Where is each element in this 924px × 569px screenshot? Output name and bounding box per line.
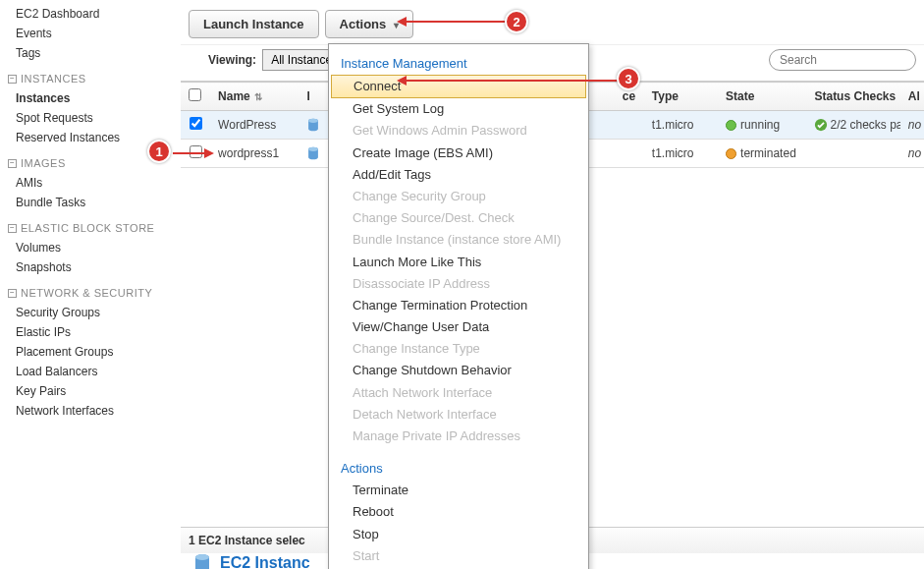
dropdown-item: Change Security Group (329, 186, 588, 207)
cell-icon (299, 140, 328, 168)
sidebar-link[interactable]: Security Groups (8, 303, 173, 322)
callout-1: 1 (147, 140, 171, 163)
col-checkbox (181, 83, 210, 111)
cell-type: t1.micro (644, 140, 718, 168)
instance-icon (192, 553, 212, 569)
sidebar-link[interactable]: AMIs (8, 173, 173, 193)
sidebar-link[interactable]: Spot Requests (8, 108, 173, 128)
sidebar: EC2 DashboardEventsTags −INSTANCESInstan… (8, 4, 173, 421)
dropdown-item: Get Windows Admin Password (329, 120, 588, 142)
sidebar-link[interactable]: Snapshots (8, 257, 173, 277)
dropdown-item: Detach Network Interface (329, 404, 588, 426)
dropdown-item: Change Instance Type (329, 338, 588, 360)
sidebar-link[interactable]: Instances (8, 88, 173, 108)
svg-marker-10 (397, 17, 407, 27)
collapse-icon: − (8, 159, 17, 168)
sidebar-link[interactable]: Elastic IPs (8, 322, 173, 342)
callout-3: 3 (617, 67, 640, 90)
dropdown-item: Disassociate IP Address (329, 273, 588, 295)
check-circle-icon (814, 118, 828, 132)
toolbar: Launch Instance Actions ▾ (181, 0, 924, 44)
sidebar-link[interactable]: EC2 Dashboard (8, 4, 173, 24)
col-status[interactable]: Status Checks (806, 83, 899, 111)
sidebar-link[interactable]: Placement Groups (8, 342, 173, 362)
dropdown-item[interactable]: Stop (329, 524, 588, 545)
cell-type: t1.micro (644, 111, 718, 140)
svg-marker-8 (204, 148, 214, 158)
dropdown-item[interactable]: Launch More Like This (329, 252, 588, 273)
sidebar-link[interactable]: Tags (8, 43, 173, 63)
dropdown-item: Manage Private IP Addresses (329, 426, 588, 447)
col-type[interactable]: Type (644, 83, 718, 111)
cell-al: no (900, 140, 924, 168)
cell-status: 2/2 checks pa (806, 111, 899, 140)
sidebar-section-header[interactable]: −NETWORK & SECURITY (8, 277, 173, 303)
viewing-label: Viewing: (208, 53, 256, 67)
dropdown-item[interactable]: Get System Log (329, 98, 588, 120)
sidebar-link[interactable]: Network Interfaces (8, 401, 173, 421)
dropdown-item[interactable]: Change Termination Protection (329, 295, 588, 316)
callout-2: 2 (505, 10, 528, 33)
database-icon (306, 146, 320, 160)
row-checkbox[interactable] (190, 117, 202, 130)
dropdown-item: Change Source/Dest. Check (329, 207, 588, 229)
collapse-icon: − (8, 224, 17, 233)
sidebar-link[interactable]: Load Balancers (8, 362, 173, 381)
sidebar-link[interactable]: Key Pairs (8, 381, 173, 401)
dropdown-item[interactable]: Terminate (329, 480, 588, 501)
dropdown-item: Start (329, 545, 588, 567)
launch-instance-button[interactable]: Launch Instance (189, 10, 319, 38)
cell-status (806, 140, 899, 168)
dropdown-group-title: Instance Management (329, 50, 588, 75)
svg-point-6 (195, 554, 209, 560)
sidebar-section-header[interactable]: −INSTANCES (8, 63, 173, 88)
svg-marker-12 (397, 76, 407, 85)
col-state[interactable]: State (718, 83, 806, 111)
sidebar-link[interactable]: Volumes (8, 238, 173, 257)
dropdown-item: Bundle Instance (instance store AMI) (329, 229, 588, 251)
actions-dropdown: Instance ManagementConnectGet System Log… (328, 43, 589, 569)
select-all-checkbox[interactable] (189, 88, 201, 101)
dropdown-item[interactable]: Change Shutdown Behavior (329, 360, 588, 381)
cell-al: no (900, 111, 924, 140)
collapse-icon: − (8, 75, 17, 84)
sidebar-section-header[interactable]: −ELASTIC BLOCK STORE (8, 212, 173, 238)
arrow-2 (397, 16, 507, 28)
dropdown-item[interactable]: View/Change User Data (329, 316, 588, 338)
cell-state: terminated (718, 140, 806, 168)
col-name[interactable]: Name⇅ (210, 83, 299, 111)
cell-state: running (718, 111, 806, 140)
sort-icon: ⇅ (254, 91, 262, 102)
col-i[interactable]: I (299, 83, 328, 111)
search-input[interactable] (769, 49, 916, 71)
database-icon (306, 118, 320, 132)
collapse-icon: − (8, 289, 17, 298)
actions-label: Actions (340, 17, 387, 31)
dropdown-item[interactable]: Create Image (EBS AMI) (329, 142, 588, 164)
cell-name: WordPress (210, 111, 299, 140)
state-dot-icon (726, 148, 736, 159)
dropdown-item[interactable]: Reboot (329, 501, 588, 523)
svg-point-1 (309, 119, 319, 123)
arrow-3 (397, 75, 619, 86)
dropdown-item: Attach Network Interface (329, 382, 588, 404)
dropdown-group-title: Actions (329, 455, 588, 480)
col-al[interactable]: Al (900, 83, 924, 111)
arrow-1 (173, 147, 214, 159)
svg-point-4 (309, 147, 319, 151)
dropdown-item[interactable]: Add/Edit Tags (329, 164, 588, 186)
state-dot-icon (726, 120, 736, 131)
cell-name: wordpress1 (210, 140, 299, 168)
sidebar-link[interactable]: Bundle Tasks (8, 193, 173, 212)
detail-title: EC2 Instanc (220, 554, 310, 569)
sidebar-link[interactable]: Events (8, 24, 173, 43)
cell-icon (299, 111, 328, 140)
